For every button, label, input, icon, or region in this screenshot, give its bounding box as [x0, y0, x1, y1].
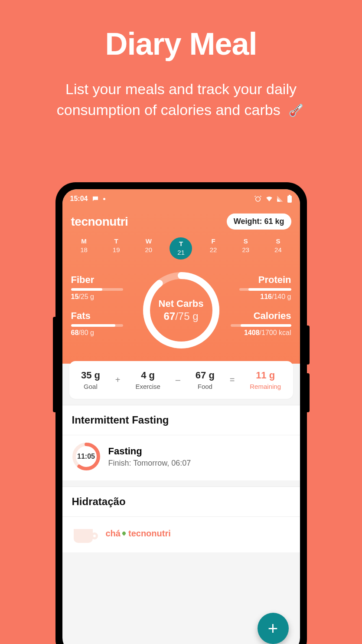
hydration-row[interactable]: chá tecnonutri — [62, 516, 300, 552]
svg-rect-1 — [287, 196, 292, 203]
summary-remaining: 11 g Remaining — [250, 370, 281, 390]
day-21[interactable]: T21 — [170, 237, 192, 260]
day-18[interactable]: M18 — [73, 237, 95, 260]
section-title: Hidratação — [62, 487, 300, 516]
app-header: tecnonutri Weight: 61 kg M18T19W20T21F22… — [62, 208, 300, 364]
summary-food: 67 g Food — [196, 370, 215, 390]
hero-title: Diary Meal — [0, 0, 362, 62]
svg-rect-2 — [289, 195, 290, 196]
cup-icon — [72, 524, 98, 543]
day-23[interactable]: S23 — [235, 237, 257, 260]
battery-icon — [287, 195, 292, 203]
macro-value: 116 — [260, 293, 272, 300]
dot-icon — [103, 198, 105, 200]
thermometer-icon: 🌡️ — [283, 96, 310, 124]
summary-exercise: 4 g Exercise — [135, 370, 160, 390]
hero-subtitle-text: List your meals and track your daily con… — [57, 81, 297, 118]
net-carbs-ring[interactable]: Net Carbs 67/75 g — [140, 269, 222, 352]
fasting-ring-icon: 11:05 — [72, 442, 101, 471]
macro-fiber[interactable]: Fiber 15/25 g — [71, 274, 137, 301]
hero-subtitle: List your meals and track your daily con… — [0, 62, 362, 120]
status-bar: 15:04 — [62, 189, 300, 208]
day-24[interactable]: S24 — [267, 237, 289, 260]
phone-side-button — [53, 317, 55, 412]
macro-label: Calories — [226, 310, 291, 322]
phone-screen: 15:04 — [62, 189, 300, 644]
minus-icon: – — [176, 375, 180, 385]
phone-frame: 15:04 — [55, 182, 307, 644]
macro-label: Protein — [226, 274, 291, 286]
alarm-icon — [254, 195, 262, 203]
macro-label: Fats — [71, 310, 137, 322]
section-title: Intermittent Fasting — [62, 405, 300, 435]
weight-badge[interactable]: Weight: 61 kg — [227, 214, 291, 230]
ring-value: 67 — [163, 310, 175, 322]
macro-value: 15 — [71, 293, 79, 300]
day-20[interactable]: W20 — [137, 237, 160, 260]
ring-label: Net Carbs — [159, 298, 204, 309]
macro-fats[interactable]: Fats 68/80 g — [71, 310, 137, 337]
hydration-brand2: tecnonutri — [128, 529, 171, 539]
plus-icon: + — [115, 375, 121, 385]
svg-point-0 — [255, 197, 260, 202]
summary-goal: 35 g Goal — [81, 370, 100, 390]
day-22[interactable]: F22 — [202, 237, 225, 260]
macro-value: 1408 — [244, 329, 260, 336]
brand-logo: tecnonutri — [71, 215, 128, 229]
fasting-row[interactable]: 11:05 Fasting Finish: Tomorrow, 06:07 — [62, 435, 300, 480]
message-icon — [92, 195, 99, 202]
signal-icon — [277, 195, 284, 202]
hydration-brand1: chá — [106, 529, 121, 539]
section-hydration: Hidratação chá tecnonutri — [62, 486, 300, 552]
status-time: 15:04 — [70, 195, 88, 203]
day-selector: M18T19W20T21F22S23S24 — [71, 237, 291, 260]
equals-icon: = — [230, 375, 235, 385]
macro-calories[interactable]: Calories 1408/1700 kcal — [226, 310, 291, 337]
add-button[interactable]: + — [258, 613, 289, 644]
fasting-title: Fasting — [108, 446, 191, 457]
macro-label: Fiber — [71, 274, 137, 286]
leaf-icon — [121, 531, 126, 536]
section-fasting: Intermittent Fasting 11:05 Fasting Finis… — [62, 405, 300, 480]
phone-side-button — [307, 325, 310, 365]
wifi-icon — [265, 195, 273, 203]
fasting-subtitle: Finish: Tomorrow, 06:07 — [108, 459, 191, 468]
summary-card: 35 g Goal + 4 g Exercise – 67 g Food = 1… — [69, 361, 293, 399]
phone-side-button — [307, 373, 310, 412]
macro-value: 68 — [71, 329, 79, 336]
fasting-timer: 11:05 — [72, 442, 101, 471]
day-19[interactable]: T19 — [105, 237, 127, 260]
macro-protein[interactable]: Protein 116/140 g — [226, 274, 291, 301]
